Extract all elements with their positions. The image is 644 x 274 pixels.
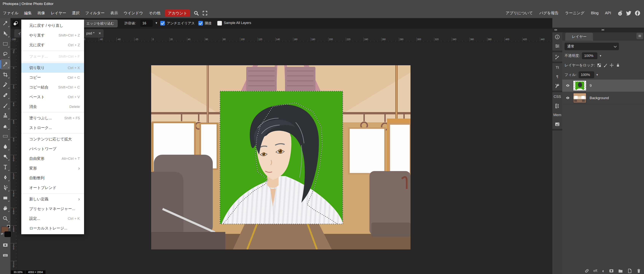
menu-item[interactable]: 元に戻す Ctrl + Z › — [21, 40, 84, 50]
layer-row[interactable]: 9 — [562, 80, 644, 92]
zoom-tool[interactable] — [0, 213, 10, 223]
brush-settings-panel-icon[interactable] — [552, 52, 562, 62]
menu-item[interactable]: ストローク... › — [21, 123, 84, 133]
hand-tool[interactable] — [0, 203, 10, 213]
refine-edge-button[interactable]: エッジを絞り込む — [83, 20, 118, 27]
menu-item[interactable]: 自由変形 Alt+Ctrl + T › — [21, 154, 84, 163]
menu-item[interactable]: 設定... Ctrl + K › — [21, 214, 84, 223]
menu-item[interactable]: 変形 › — [21, 163, 84, 173]
zoom-level[interactable]: 33.33% — [11, 270, 25, 274]
menu-item[interactable]: › — [21, 133, 84, 134]
shape-tool[interactable] — [0, 193, 10, 203]
close-tab-icon[interactable]: × — [98, 31, 101, 36]
layer-visibility-icon[interactable] — [565, 96, 570, 100]
selection-mode-icon[interactable] — [12, 20, 19, 27]
menubar-item[interactable]: ファイル — [0, 8, 21, 18]
character-panel-icon[interactable]: Tt — [552, 63, 562, 72]
layer-visibility-icon[interactable] — [565, 84, 570, 88]
fill-dropdown-icon[interactable]: ▼ — [596, 73, 598, 76]
fullscreen-icon[interactable] — [202, 10, 208, 16]
menu-item[interactable]: › — [21, 193, 84, 194]
menu-item[interactable]: コンテンツに応じて拡大 › — [21, 134, 84, 144]
gradient-tool[interactable] — [0, 131, 10, 141]
quick-mask-button[interactable] — [0, 240, 10, 250]
search-icon[interactable] — [193, 10, 199, 16]
blend-mode-select[interactable]: 通常 — [564, 43, 619, 50]
menu-item[interactable]: 新しい定義 › — [21, 194, 84, 204]
menubar-item[interactable]: レイヤー — [48, 8, 69, 18]
menu-item[interactable]: パペットワープ › — [21, 144, 84, 154]
delete-layer-icon[interactable] — [636, 268, 641, 273]
tools-panel-icon[interactable] — [552, 81, 562, 91]
brush-tool[interactable] — [0, 100, 10, 111]
crop-tool[interactable] — [0, 70, 10, 80]
menu-item[interactable]: 消去 Delete › — [21, 102, 84, 112]
menu-item[interactable]: コピー Ctrl + C › — [21, 73, 84, 82]
menubar-item[interactable]: ウインドウ — [121, 8, 146, 18]
topbar-link[interactable]: バグを報告 — [536, 11, 562, 16]
menu-item[interactable]: プリセットマネージャー... › — [21, 204, 84, 214]
tolerance-input[interactable]: 16 — [140, 20, 153, 27]
tab-layers[interactable]: レイヤー — [565, 33, 593, 41]
opacity-value[interactable]: 100% — [582, 52, 598, 59]
menu-item[interactable]: › — [21, 112, 84, 113]
direct-select-tool[interactable] — [0, 182, 10, 193]
document-size[interactable]: 4093 × 2894 — [26, 270, 45, 274]
lock-transparency-icon[interactable] — [597, 63, 602, 68]
history-panel-icon[interactable] — [552, 32, 562, 42]
menu-item[interactable]: ローカルストレージ... › — [21, 223, 84, 233]
auto-select-tool[interactable] — [0, 18, 10, 28]
menubar-item[interactable]: その他 — [146, 8, 163, 18]
eraser-tool[interactable] — [0, 121, 10, 131]
twitter-icon[interactable] — [626, 10, 632, 16]
image-panel-icon[interactable] — [552, 120, 562, 129]
clone-stamp-tool[interactable] — [0, 111, 10, 121]
adjustments-panel-icon[interactable] — [552, 42, 562, 51]
topbar-link[interactable]: API — [602, 11, 614, 15]
marquee-select-tool[interactable] — [0, 39, 10, 49]
fill-value[interactable]: 100% — [578, 71, 594, 78]
topbar-link[interactable]: Blog — [588, 11, 602, 15]
menubar-item[interactable]: 画像 — [34, 8, 48, 18]
menubar-item[interactable]: 選択 — [69, 8, 82, 18]
menu-item[interactable]: › — [21, 61, 84, 63]
layer-row[interactable]: Background — [562, 92, 644, 104]
adjustment-layer-icon[interactable]: ◐ — [602, 268, 605, 273]
background-color-swatch[interactable] — [4, 231, 12, 237]
menu-item[interactable]: 塗りつぶし... Shift + F5 › — [21, 113, 84, 123]
dodge-tool[interactable] — [0, 152, 10, 162]
paragraph-panel-icon[interactable]: ¶ — [552, 72, 562, 81]
collapse-strip-icon[interactable]: <> — [554, 28, 557, 31]
layer-thumbnail[interactable] — [573, 93, 586, 103]
lasso-select-tool[interactable] — [0, 49, 10, 59]
keyboard-shortcuts-button[interactable] — [0, 250, 10, 260]
menu-item[interactable]: コピー結合 Shift+Ctrl + C › — [21, 82, 84, 92]
menu-item[interactable]: 切り取り Ctrl + X › — [21, 63, 84, 73]
lock-all-icon[interactable] — [616, 63, 620, 68]
menu-item[interactable]: 元に戻す / やり直し › — [21, 21, 84, 31]
tolerance-dropdown-icon[interactable]: ▼ — [155, 21, 158, 25]
menubar-item[interactable]: フィルター — [82, 8, 108, 18]
horizontal-ruler[interactable]: -160 -140 -120 -100 -80 -60 -40 -20 0 20… — [10, 38, 552, 42]
contiguous-checkbox[interactable] — [198, 21, 203, 26]
canvas[interactable] — [151, 65, 410, 249]
account-button[interactable]: アカウント — [165, 10, 190, 17]
layer-thumbnail[interactable] — [573, 81, 586, 91]
opacity-dropdown-icon[interactable]: ▼ — [599, 54, 602, 57]
lock-pixels-icon[interactable] — [603, 63, 608, 68]
facebook-icon[interactable] — [634, 10, 640, 16]
add-mask-icon[interactable] — [609, 268, 614, 273]
color-swatches[interactable]: ⇄ — [0, 223, 10, 240]
link-layers-icon[interactable] — [584, 268, 590, 273]
collapse-panel-icon[interactable]: >< — [602, 28, 604, 31]
menu-item[interactable]: オートブレンド › — [21, 183, 84, 193]
blur-tool[interactable] — [0, 141, 10, 152]
menu-item[interactable]: やり直す Shift+Ctrl + Z › — [21, 31, 84, 40]
topbar-link[interactable]: アプリについて — [502, 11, 536, 16]
menu-item[interactable]: フェード... Shift+Ctrl + F › — [21, 52, 84, 61]
css-panel-icon[interactable]: CSS — [552, 92, 562, 101]
sample-all-layers-checkbox[interactable] — [217, 21, 222, 26]
topbar-link[interactable]: ラーニング — [562, 11, 588, 16]
type-tool[interactable] — [0, 162, 10, 172]
anti-alias-checkbox[interactable] — [160, 21, 165, 26]
